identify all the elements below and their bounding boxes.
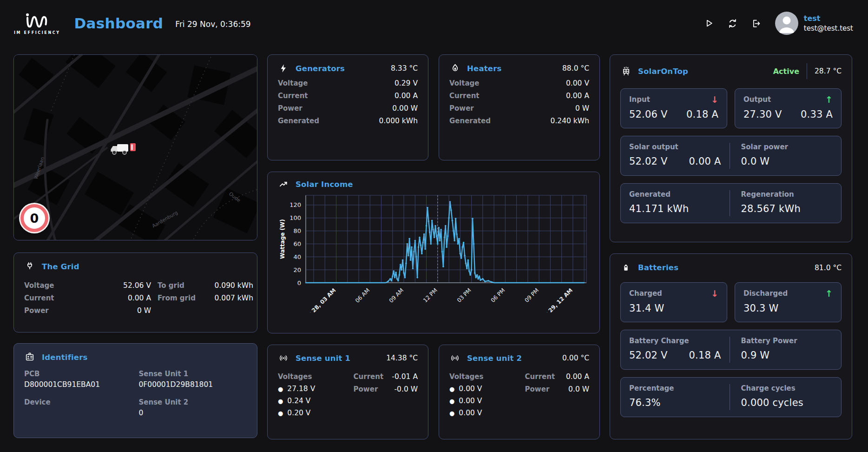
solar-income-chart[interactable]: 020406080100120Nov 28, 03 AM06 AM09 AM12…	[278, 191, 590, 312]
divider	[807, 63, 807, 79]
lightning-icon	[278, 63, 289, 73]
voltage-value: 0.20 V	[287, 409, 310, 417]
card-temperature: 14.38 °C	[386, 354, 418, 362]
identifier-field: Device	[24, 398, 132, 417]
identifier-field: PCB D800001CB91EBA01	[24, 370, 132, 389]
field-label: Sense Unit 1	[139, 370, 247, 378]
voltage-value: 52.02 V	[629, 350, 668, 361]
subcard-label: Input	[629, 95, 650, 104]
voltages-label: Voltages	[449, 372, 520, 381]
row-value: 0 W	[137, 306, 151, 315]
svg-text:Wattage (W): Wattage (W)	[279, 219, 286, 259]
the-grid-card: The Grid Voltage52.06 V Current0.00 A Po…	[13, 253, 257, 332]
card-temperature: 88.0 °C	[562, 64, 589, 73]
row-value: 0.240 kWh	[551, 117, 589, 125]
voltage-value: 27.30 V	[743, 109, 782, 120]
subcard-label: Output	[743, 95, 771, 104]
row-value: 0 W	[575, 104, 589, 113]
broadcast-icon	[278, 353, 289, 363]
charge-cycles-value: 0.000 cycles	[741, 397, 803, 408]
row-value: 0.00 A	[395, 92, 418, 100]
row-label: Power	[525, 385, 550, 393]
page-title: Dashboard	[74, 15, 164, 32]
play-button[interactable]	[703, 17, 716, 30]
row-label: Current	[449, 92, 480, 100]
voltage-value: 52.06 V	[629, 109, 668, 120]
svg-text:Nov 29, 12 AM: Nov 29, 12 AM	[537, 287, 574, 312]
map[interactable]: Weerlaan Aardenburg Oude 0	[13, 54, 257, 240]
row-label: Voltage	[278, 79, 308, 87]
arrow-down-icon: ↓	[711, 95, 718, 104]
row-value: 0.00 A	[566, 372, 589, 381]
sense-rows: Current-0.01 A Power-0.0 W	[354, 368, 418, 417]
user-avatar-icon	[775, 12, 798, 35]
field-value: 0F00001D29B81801	[139, 380, 247, 389]
flame-icon	[449, 63, 460, 73]
battery-icon	[620, 262, 631, 273]
generated-value: 41.171 kWh	[629, 203, 689, 214]
row-label: Current	[24, 294, 54, 302]
map-canvas: Weerlaan Aardenburg Oude	[14, 55, 257, 240]
subcard-label: Charged	[629, 289, 662, 298]
regeneration-value: 28.567 kWh	[741, 203, 801, 214]
row-value: 0.000 kWh	[379, 117, 418, 125]
discharged-subcard: Discharged ↑ 30.3 W	[735, 282, 842, 322]
solar-output-power-subcard: Solar output 52.02 V 0.00 A Solar power …	[620, 136, 842, 176]
voltage-value: 0.00 V	[459, 385, 482, 393]
grid-left-rows: Voltage52.06 V Current0.00 A Power0 W	[24, 277, 151, 315]
subcard-label: Generated	[629, 190, 721, 199]
bullet-icon: ●	[449, 386, 454, 392]
card-title: Sense unit 2	[467, 354, 522, 363]
identifier-field: Sense Unit 1 0F00001D29B81801	[139, 370, 247, 389]
field-value: 0	[139, 409, 247, 417]
card-title: The Grid	[42, 262, 79, 271]
row-value: 0.29 V	[395, 79, 418, 87]
subcard-label: Battery Power	[741, 337, 833, 345]
voltage-value: 0.00 V	[459, 397, 482, 405]
battery-charge-power-subcard: Battery Charge 52.02 V 0.18 A Battery Po…	[620, 330, 842, 370]
svg-text:20: 20	[293, 266, 301, 273]
field-value	[24, 409, 132, 417]
user-email: test@test.test	[804, 24, 853, 34]
power-value: 0.9 W	[741, 350, 770, 361]
avatar[interactable]	[775, 12, 798, 35]
row-label: Power	[24, 306, 49, 315]
logo[interactable]: IM EFFICIENCY	[14, 12, 60, 35]
logout-button[interactable]	[750, 17, 763, 30]
solar-income-card: Solar Income 020406080100120Nov 28, 03 A…	[267, 172, 600, 333]
row-value: 0.0 W	[568, 385, 589, 393]
user-info[interactable]: test test@test.test	[804, 13, 853, 34]
identifiers-card: Identifiers PCB D800001CB91EBA01 Sense U…	[13, 343, 257, 438]
card-title: Solar Income	[296, 180, 353, 189]
identifier-field: Sense Unit 2 0	[139, 398, 247, 417]
row-label: Current	[525, 372, 555, 381]
card-title: SolarOnTop	[638, 67, 688, 76]
voltages-label: Voltages	[278, 372, 349, 381]
svg-text:09 AM: 09 AM	[388, 287, 405, 304]
row-value: 52.06 V	[123, 281, 151, 290]
row-value: 0.007 kWh	[215, 294, 253, 302]
card-title: Batteries	[638, 263, 678, 272]
row-label: Power	[278, 104, 302, 113]
power-value: 0.0 W	[741, 156, 770, 167]
svg-text:40: 40	[293, 253, 301, 260]
row-value: 0.00 V	[566, 79, 589, 87]
card-title: Identifiers	[42, 353, 88, 362]
row-label: Voltage	[24, 281, 54, 290]
row-label: Current	[354, 372, 384, 381]
solar-panel-icon	[620, 66, 631, 77]
field-label: Device	[24, 398, 132, 406]
logo-text: IM EFFICIENCY	[14, 31, 60, 35]
card-title: Sense unit 1	[296, 354, 350, 363]
user-name: test	[804, 13, 853, 24]
row-label: Power	[449, 104, 474, 113]
svg-text:12 PM: 12 PM	[422, 287, 439, 304]
row-label: Generated	[278, 117, 319, 125]
card-title: Generators	[296, 64, 345, 73]
sense-unit-2-card: Sense unit 2 0.00 °C Voltages ●0.00 V ●0…	[439, 345, 600, 439]
refresh-button[interactable]	[726, 17, 739, 30]
column-middle: Generators 8.33 °C Voltage0.29 V Current…	[267, 54, 600, 439]
bullet-icon: ●	[449, 398, 454, 405]
svg-text:0: 0	[297, 279, 301, 286]
row-value: 0.00 W	[392, 104, 418, 113]
